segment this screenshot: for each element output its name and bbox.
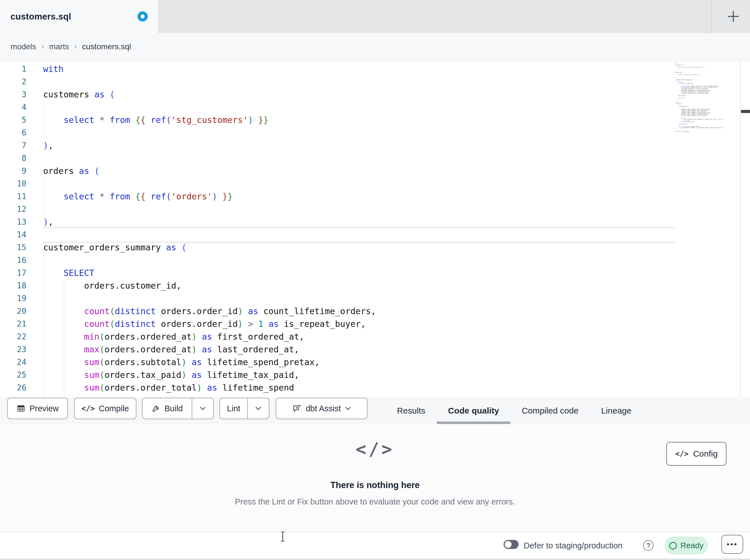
code-line[interactable]: with [43,63,376,75]
tab-code-quality[interactable]: Code quality [437,397,510,424]
new-tab-button[interactable] [726,9,741,23]
line-number: 14 [0,228,26,241]
status-badge-label: Ready [680,541,704,550]
lint-dropdown-button[interactable] [247,398,269,419]
line-number: 24 [0,356,26,369]
assist-chat-sparkle-icon [292,403,302,413]
line-number: 3 [0,88,26,101]
code-line[interactable] [43,126,376,139]
empty-state-subtitle: Press the Lint or Fix button above to ev… [0,497,750,506]
chevron-down-icon [255,407,261,411]
defer-toggle[interactable] [504,540,519,549]
tab-compiled-code-label: Compiled code [522,406,578,416]
line-number: 13 [0,215,26,228]
code-line[interactable]: count(distinct orders.order_id) as count… [43,305,376,317]
line-number: 1 [0,63,26,75]
preview-button-label: Preview [29,404,59,413]
minimap-content: with customers as ( select * from {{ ref… [675,62,739,132]
code-line[interactable] [43,228,376,241]
code-line[interactable]: min(orders.ordered_at) as first_ordered_… [43,330,376,343]
dbt-assist-button[interactable]: dbt Assist [276,398,368,419]
code-line[interactable]: count(distinct orders.order_id) > 1 as i… [43,317,376,330]
file-tab-customers-sql[interactable]: customers.sql [0,0,158,33]
line-number: 18 [0,279,26,292]
line-number: 17 [0,267,26,279]
tab-bar: customers.sql [0,0,750,33]
line-number: 23 [0,343,26,356]
code-line[interactable]: customers as ( [43,88,376,101]
code-line[interactable] [43,292,376,305]
code-line[interactable]: max(orders.ordered_at) as last_ordered_a… [43,343,376,356]
code-line[interactable]: customer_orders_summary as ( [43,241,376,254]
code-line[interactable]: orders as ( [43,165,376,177]
empty-state-title: There is nothing here [0,480,750,490]
config-button-label: Config [693,449,718,459]
tab-lineage[interactable]: Lineage [590,397,643,424]
code-line[interactable]: sum(orders.tax_paid) as lifetime_tax_pai… [43,369,376,381]
code-line[interactable]: SELECT [43,267,376,279]
status-bar: Defer to staging/production ? Ready ••• [0,532,750,559]
breadcrumb-bar: models › marts › customers.sql Save [0,33,750,60]
code-line[interactable] [43,152,376,165]
build-split-button: Build [142,398,214,419]
build-button-label: Build [164,404,183,413]
tab-results[interactable]: Results [386,397,437,424]
lint-button[interactable]: Lint [220,398,247,419]
code-line[interactable] [43,75,376,88]
minimap[interactable]: with customers as ( select * from {{ ref… [675,62,739,396]
breadcrumb-item-models[interactable]: models [11,42,36,51]
code-line[interactable] [43,203,376,215]
code-quality-panel: </> There is nothing here Press the Lint… [0,424,750,532]
tab-compiled-code[interactable]: Compiled code [510,397,590,424]
build-dropdown-button[interactable] [192,398,213,419]
config-button[interactable]: </> Config [666,442,727,466]
code-line[interactable]: ), [43,139,376,152]
code-line[interactable]: orders.customer_id, [43,279,376,292]
code-line[interactable] [43,254,376,267]
preview-button[interactable]: Preview [7,398,68,419]
code-lines[interactable]: withcustomers as ( select * from {{ ref(… [43,63,376,394]
line-number: 15 [0,241,26,254]
breadcrumb: models › marts › customers.sql [11,33,131,60]
unsaved-changes-dot-icon [138,11,148,22]
code-line[interactable]: sum(orders.order_total) as lifetime_spen… [43,381,376,394]
code-line[interactable]: select * from {{ ref('stg_customers') }} [43,113,376,126]
line-number: 4 [0,101,26,113]
ibeam-cursor-icon [280,531,286,542]
action-toolbar: Preview </> Compile Build Lint [0,397,750,424]
lint-button-label: Lint [227,404,240,413]
status-badge: Ready [665,537,708,555]
chevron-down-icon [345,407,351,411]
code-editor[interactable]: 1234567891011121314151617181920212223242… [0,60,750,397]
chevron-down-icon [200,407,206,411]
code-line[interactable]: sum(orders.subtotal) as lifetime_spend_p… [43,356,376,369]
code-line[interactable]: select * from {{ ref('orders') }} [43,190,376,203]
code-brackets-icon: </> [675,450,689,458]
line-number: 9 [0,165,26,177]
tab-strip-divider [711,0,712,33]
line-number: 5 [0,113,26,126]
line-number: 10 [0,177,26,190]
gutter: 1234567891011121314151617181920212223242… [0,63,26,394]
line-number: 20 [0,305,26,317]
table-icon [17,404,25,413]
line-number: 22 [0,330,26,343]
scrollbar-thumb[interactable] [741,110,750,113]
build-button[interactable]: Build [143,398,192,419]
tab-lineage-label: Lineage [601,406,631,416]
code-line[interactable] [43,101,376,113]
line-number: 11 [0,190,26,203]
help-icon[interactable]: ? [643,540,654,551]
code-brackets-icon: </> [0,439,750,459]
line-number: 16 [0,254,26,267]
line-number: 25 [0,369,26,381]
code-line[interactable] [43,177,376,190]
code-line[interactable]: ), [43,215,376,228]
wrench-icon [152,404,160,413]
breadcrumb-item-marts[interactable]: marts [49,42,69,51]
compile-button[interactable]: </> Compile [74,398,136,419]
line-number: 21 [0,317,26,330]
more-options-button[interactable]: ••• [722,535,743,554]
minimap-divider [740,61,741,398]
lint-split-button: Lint [219,398,269,419]
